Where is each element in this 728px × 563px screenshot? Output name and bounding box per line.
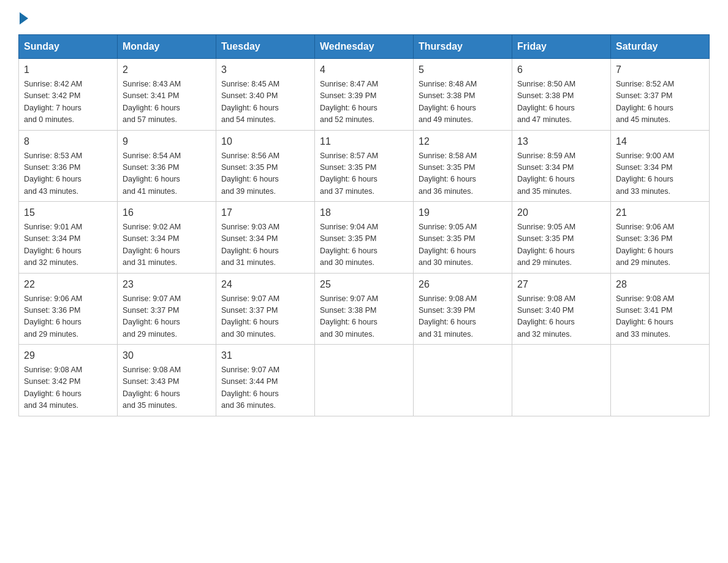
day-number: 4 [320,63,408,77]
day-info: Sunrise: 9:05 AMSunset: 3:35 PMDaylight:… [517,221,605,269]
day-number: 1 [24,63,112,77]
day-info: Sunrise: 9:06 AMSunset: 3:36 PMDaylight:… [616,221,704,269]
calendar-week-row: 29Sunrise: 9:08 AMSunset: 3:42 PMDayligh… [19,345,710,416]
day-number: 30 [123,348,211,363]
day-number: 29 [24,348,112,363]
calendar-cell: 27Sunrise: 9:08 AMSunset: 3:40 PMDayligh… [512,273,611,345]
calendar-week-row: 15Sunrise: 9:01 AMSunset: 3:34 PMDayligh… [19,202,710,274]
day-number: 21 [616,205,704,220]
day-number: 31 [221,348,309,363]
calendar-cell: 4Sunrise: 8:47 AMSunset: 3:39 PMDaylight… [315,59,414,131]
day-info: Sunrise: 8:52 AMSunset: 3:37 PMDaylight:… [616,79,704,126]
day-info: Sunrise: 9:07 AMSunset: 3:38 PMDaylight:… [320,293,408,341]
day-info: Sunrise: 9:07 AMSunset: 3:37 PMDaylight:… [221,293,309,341]
day-info: Sunrise: 9:02 AMSunset: 3:34 PMDaylight:… [123,221,211,269]
calendar-cell: 20Sunrise: 9:05 AMSunset: 3:35 PMDayligh… [512,202,611,274]
day-number: 26 [419,277,507,292]
calendar-week-row: 1Sunrise: 8:42 AMSunset: 3:42 PMDaylight… [19,59,710,131]
calendar-cell: 5Sunrise: 8:48 AMSunset: 3:38 PMDaylight… [414,59,512,131]
calendar-cell [611,345,710,416]
day-info: Sunrise: 9:03 AMSunset: 3:34 PMDaylight:… [221,221,309,269]
day-info: Sunrise: 9:00 AMSunset: 3:34 PMDaylight:… [616,150,704,198]
day-number: 17 [221,205,309,220]
calendar-cell: 30Sunrise: 9:08 AMSunset: 3:43 PMDayligh… [118,345,216,416]
calendar-body: 1Sunrise: 8:42 AMSunset: 3:42 PMDaylight… [19,59,710,416]
day-number: 9 [123,134,211,149]
weekday-header-wednesday: Wednesday [315,35,414,59]
day-number: 10 [221,134,309,149]
day-number: 3 [221,63,309,77]
calendar-cell: 3Sunrise: 8:45 AMSunset: 3:40 PMDaylight… [216,59,315,131]
calendar-cell [512,345,611,416]
day-number: 2 [123,63,211,77]
day-number: 22 [24,277,112,292]
day-number: 19 [419,205,507,220]
day-info: Sunrise: 9:06 AMSunset: 3:36 PMDaylight:… [24,293,112,341]
calendar-cell: 19Sunrise: 9:05 AMSunset: 3:35 PMDayligh… [414,202,512,274]
day-number: 28 [616,277,704,292]
day-number: 5 [419,63,507,77]
day-number: 13 [517,134,605,149]
calendar-cell [414,345,512,416]
day-info: Sunrise: 9:07 AMSunset: 3:37 PMDaylight:… [123,293,211,341]
calendar-cell: 29Sunrise: 9:08 AMSunset: 3:42 PMDayligh… [19,345,118,416]
day-number: 25 [320,277,408,292]
calendar-table: SundayMondayTuesdayWednesdayThursdayFrid… [18,34,710,416]
weekday-header-friday: Friday [512,35,611,59]
day-info: Sunrise: 9:04 AMSunset: 3:35 PMDaylight:… [320,221,408,269]
day-info: Sunrise: 9:07 AMSunset: 3:44 PMDaylight:… [221,364,309,412]
calendar-cell: 13Sunrise: 8:59 AMSunset: 3:34 PMDayligh… [512,130,611,202]
day-info: Sunrise: 8:43 AMSunset: 3:41 PMDaylight:… [123,79,211,126]
weekday-header-sunday: Sunday [19,35,118,59]
weekday-header-tuesday: Tuesday [216,35,315,59]
day-number: 11 [320,134,408,149]
weekday-header-thursday: Thursday [414,35,512,59]
day-number: 27 [517,277,605,292]
calendar-cell: 1Sunrise: 8:42 AMSunset: 3:42 PMDaylight… [19,59,118,131]
calendar-cell: 6Sunrise: 8:50 AMSunset: 3:38 PMDaylight… [512,59,611,131]
day-number: 7 [616,63,704,77]
calendar-cell: 23Sunrise: 9:07 AMSunset: 3:37 PMDayligh… [118,273,216,345]
calendar-cell: 10Sunrise: 8:56 AMSunset: 3:35 PMDayligh… [216,130,315,202]
calendar-cell: 8Sunrise: 8:53 AMSunset: 3:36 PMDaylight… [19,130,118,202]
calendar-week-row: 22Sunrise: 9:06 AMSunset: 3:36 PMDayligh… [19,273,710,345]
day-info: Sunrise: 8:57 AMSunset: 3:35 PMDaylight:… [320,150,408,198]
logo [18,12,28,22]
day-number: 15 [24,205,112,220]
day-info: Sunrise: 9:08 AMSunset: 3:43 PMDaylight:… [123,364,211,412]
calendar-cell: 26Sunrise: 9:08 AMSunset: 3:39 PMDayligh… [414,273,512,345]
page-header [18,12,710,22]
day-number: 6 [517,63,605,77]
calendar-cell: 24Sunrise: 9:07 AMSunset: 3:37 PMDayligh… [216,273,315,345]
calendar-cell: 18Sunrise: 9:04 AMSunset: 3:35 PMDayligh… [315,202,414,274]
calendar-cell: 28Sunrise: 9:08 AMSunset: 3:41 PMDayligh… [611,273,710,345]
calendar-cell [315,345,414,416]
logo-arrow-icon [20,12,28,25]
calendar-week-row: 8Sunrise: 8:53 AMSunset: 3:36 PMDaylight… [19,130,710,202]
day-number: 20 [517,205,605,220]
weekday-header-saturday: Saturday [611,35,710,59]
calendar-cell: 21Sunrise: 9:06 AMSunset: 3:36 PMDayligh… [611,202,710,274]
calendar-cell: 11Sunrise: 8:57 AMSunset: 3:35 PMDayligh… [315,130,414,202]
day-info: Sunrise: 8:50 AMSunset: 3:38 PMDaylight:… [517,79,605,126]
day-info: Sunrise: 8:56 AMSunset: 3:35 PMDaylight:… [221,150,309,198]
day-info: Sunrise: 9:08 AMSunset: 3:41 PMDaylight:… [616,293,704,341]
day-number: 23 [123,277,211,292]
calendar-cell: 17Sunrise: 9:03 AMSunset: 3:34 PMDayligh… [216,202,315,274]
day-info: Sunrise: 8:58 AMSunset: 3:35 PMDaylight:… [419,150,507,198]
calendar-cell: 14Sunrise: 9:00 AMSunset: 3:34 PMDayligh… [611,130,710,202]
day-number: 16 [123,205,211,220]
day-info: Sunrise: 9:08 AMSunset: 3:42 PMDaylight:… [24,364,112,412]
calendar-cell: 22Sunrise: 9:06 AMSunset: 3:36 PMDayligh… [19,273,118,345]
calendar-cell: 31Sunrise: 9:07 AMSunset: 3:44 PMDayligh… [216,345,315,416]
day-number: 8 [24,134,112,149]
day-info: Sunrise: 9:08 AMSunset: 3:39 PMDaylight:… [419,293,507,341]
calendar-cell: 2Sunrise: 8:43 AMSunset: 3:41 PMDaylight… [118,59,216,131]
calendar-cell: 9Sunrise: 8:54 AMSunset: 3:36 PMDaylight… [118,130,216,202]
day-number: 24 [221,277,309,292]
day-info: Sunrise: 8:53 AMSunset: 3:36 PMDaylight:… [24,150,112,198]
day-number: 14 [616,134,704,149]
calendar-cell: 25Sunrise: 9:07 AMSunset: 3:38 PMDayligh… [315,273,414,345]
calendar-cell: 16Sunrise: 9:02 AMSunset: 3:34 PMDayligh… [118,202,216,274]
calendar-cell: 12Sunrise: 8:58 AMSunset: 3:35 PMDayligh… [414,130,512,202]
